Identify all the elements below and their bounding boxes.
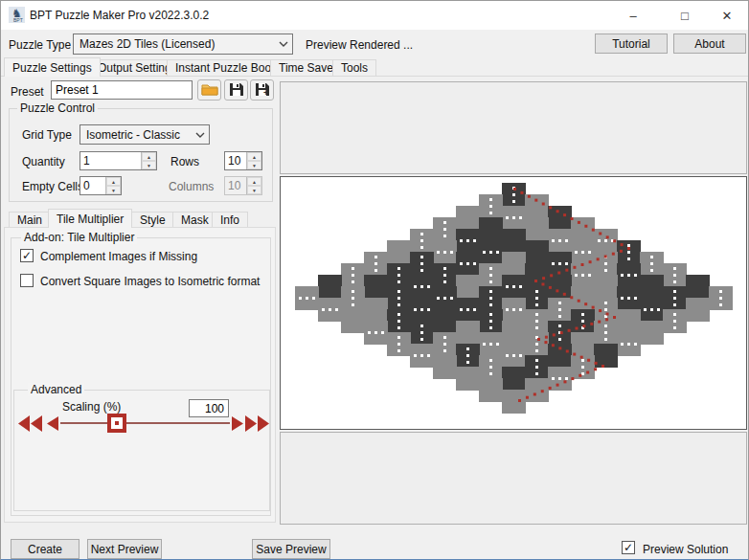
slider-left-button[interactable] [46, 415, 59, 435]
puzzle-type-select[interactable]: Mazes 2D Tiles (Licensed) [73, 34, 293, 55]
next-preview-button[interactable]: Next Preview [87, 539, 162, 559]
maze-canvas [282, 178, 745, 425]
puzzle-type-label: Puzzle Type [9, 38, 71, 52]
maximize-button[interactable]: □ [664, 1, 706, 30]
save-preview-button[interactable]: Save Preview [252, 539, 330, 559]
quantity-stepper[interactable]: 1 ▲▼ [79, 151, 157, 170]
save-preset-button[interactable] [224, 79, 248, 101]
chevron-down-icon [192, 132, 209, 138]
svg-text:BPT: BPT [13, 17, 23, 23]
complement-images-checkbox[interactable]: ✓ [20, 249, 34, 262]
columns-stepper: 10 ▲▼ [224, 176, 262, 195]
maximize-icon: □ [681, 9, 689, 23]
save-as-icon: + [255, 81, 270, 100]
advanced-group: Advanced [13, 390, 270, 511]
spin-up-icon: ▲ [247, 177, 261, 186]
preview-solution-checkbox[interactable]: ✓ [622, 541, 635, 554]
scaling-slider-track[interactable] [60, 422, 230, 424]
save-icon [229, 81, 244, 100]
tab-info[interactable]: Info [212, 212, 248, 228]
preview-top-panel [280, 81, 747, 174]
preview-status-text: Preview Rendered ... [306, 38, 413, 52]
tab-tools[interactable]: Tools [332, 59, 376, 76]
minimize-icon: – [629, 9, 636, 23]
tab-puzzle-settings[interactable]: Puzzle Settings [4, 57, 101, 77]
about-button[interactable]: About [673, 34, 746, 54]
grid-type-select[interactable]: Isometric - Classic [79, 124, 210, 145]
minimize-button[interactable]: – [612, 1, 654, 30]
scaling-input[interactable] [189, 399, 229, 417]
grid-type-value: Isometric - Classic [80, 128, 192, 142]
open-folder-icon [201, 82, 218, 99]
title-bar: ♞BPT BPT Puzzle Maker Pro v2022.3.0.2 – … [1, 1, 748, 30]
preset-label: Preset [11, 85, 44, 99]
scaling-slider-thumb[interactable] [107, 414, 126, 433]
addon-title: Add-on: Tile Multiplier [21, 231, 137, 244]
spin-up-icon[interactable]: ▲ [106, 177, 121, 186]
slider-fast-right-button[interactable] [244, 414, 270, 436]
window-title: BPT Puzzle Maker Pro v2022.3.0.2 [30, 9, 209, 22]
convert-square-label: Convert Square Images to Isometric forma… [40, 275, 260, 288]
close-button[interactable]: ✕ [706, 1, 748, 30]
preview-solution-label: Preview Solution [643, 543, 728, 556]
tab-main[interactable]: Main [9, 212, 51, 228]
scaling-label: Scaling (%) [62, 400, 121, 414]
create-button[interactable]: Create [11, 539, 79, 559]
puzzle-type-value: Mazes 2D Tiles (Licensed) [74, 37, 275, 51]
save-preset-as-button[interactable]: + [250, 79, 274, 101]
quantity-label: Quantity [22, 155, 65, 168]
close-icon: ✕ [722, 9, 733, 23]
rows-label: Rows [170, 155, 199, 168]
tab-tile-multiplier[interactable]: Tile Multiplier [48, 209, 132, 228]
spin-down-icon[interactable]: ▼ [142, 161, 156, 169]
grid-type-label: Grid Type [22, 128, 72, 142]
spin-down-icon[interactable]: ▼ [247, 161, 261, 169]
empty-cells-label: Empty Cells [22, 180, 83, 193]
preview-bottom-panel [280, 432, 747, 525]
open-preset-button[interactable] [197, 79, 221, 101]
convert-square-checkbox[interactable]: ✓ [20, 274, 34, 287]
slider-fast-left-button[interactable] [17, 414, 43, 436]
rows-stepper[interactable]: 10 ▲▼ [224, 151, 262, 170]
slider-right-button[interactable] [231, 415, 244, 435]
tab-mask[interactable]: Mask [172, 212, 217, 228]
tab-style[interactable]: Style [131, 212, 174, 228]
svg-text:+: + [263, 88, 268, 97]
complement-images-label: Complement Images if Missing [40, 250, 197, 263]
columns-label: Columns [169, 180, 214, 193]
app-icon: ♞BPT [9, 7, 25, 23]
app-window: ♞BPT BPT Puzzle Maker Pro v2022.3.0.2 – … [0, 0, 749, 560]
chevron-down-icon [275, 41, 292, 47]
tutorial-button[interactable]: Tutorial [595, 34, 668, 54]
spin-down-icon[interactable]: ▼ [106, 186, 121, 194]
puzzle-control-title: Puzzle Control [17, 101, 98, 115]
spin-up-icon[interactable]: ▲ [247, 152, 261, 161]
advanced-title: Advanced [28, 383, 84, 396]
empty-cells-stepper[interactable]: 0 ▲▼ [79, 176, 122, 195]
preset-input[interactable] [51, 80, 193, 100]
spin-down-icon: ▼ [247, 186, 261, 194]
spin-up-icon[interactable]: ▲ [142, 152, 156, 161]
